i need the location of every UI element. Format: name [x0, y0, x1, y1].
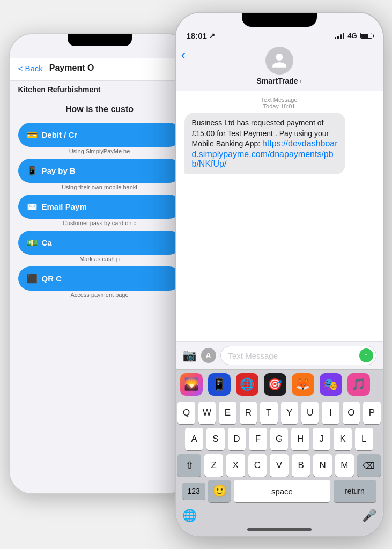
key-w[interactable]: W	[198, 402, 216, 424]
key-z[interactable]: Z	[204, 454, 223, 477]
memoji-icon[interactable]: 🎭	[320, 373, 342, 396]
key-x[interactable]: X	[226, 454, 245, 477]
email-pay-icon: ✉️	[27, 202, 38, 212]
key-b[interactable]: B	[292, 454, 310, 477]
page-title: Payment O	[49, 63, 94, 73]
key-u[interactable]: U	[301, 402, 319, 424]
message-label: Text Message Today 18:01	[184, 97, 374, 109]
send-icon: ↑	[364, 351, 368, 360]
key-k[interactable]: K	[334, 428, 352, 450]
keyboard-row-2: A S D F G H J K L	[176, 425, 383, 451]
space-key[interactable]: space	[234, 480, 330, 502]
key-d[interactable]: D	[228, 428, 246, 450]
debit-sublabel: Using SimplyPayMe he	[18, 148, 181, 154]
message-type-label: Text Message	[184, 97, 374, 103]
debit-icon: 💳	[27, 130, 38, 140]
payment-option-3[interactable]: ✉️ Email Paym Customer pays by card on c	[10, 195, 190, 226]
key-f[interactable]: F	[249, 428, 267, 450]
imessage-header: ‹ SmartTrade ›	[176, 43, 383, 91]
network-label: 4G	[347, 32, 357, 40]
world-icon[interactable]: 🌐	[236, 373, 258, 396]
key-m[interactable]: M	[335, 454, 354, 477]
photos-app-icon[interactable]: 🌄	[180, 373, 203, 396]
home-indicator	[176, 525, 383, 536]
key-n[interactable]: N	[313, 454, 332, 477]
payment-option-2[interactable]: 📱 Pay by B Using their own mobile banki	[10, 159, 190, 190]
qr-icon: ⬛	[27, 273, 38, 284]
email-pay-label: Email Paym	[42, 202, 87, 211]
key-o[interactable]: O	[343, 402, 360, 424]
cash-label: Ca	[42, 238, 52, 247]
activity-icon[interactable]: 🎯	[264, 373, 286, 396]
contact-name[interactable]: SmartTrade ›	[256, 77, 301, 85]
keyboard-bottom-row: 123 🙂 space return	[176, 478, 383, 509]
app-suggestions-row: 🌄 📱 🌐 🎯 🦊 🎭 🎵	[176, 369, 383, 399]
scene: < Back Payment O Kitchen Refurbishment H…	[9, 12, 384, 537]
qr-sublabel: Access payment page	[18, 292, 181, 298]
messages-area: Text Message Today 18:01 Business Ltd ha…	[176, 91, 383, 341]
input-bar: 📷 A Text Message ↑	[176, 341, 383, 369]
location-icon: ↗	[209, 32, 215, 40]
key-s[interactable]: S	[206, 428, 225, 450]
back-arrow-icon[interactable]: ‹	[181, 47, 186, 63]
keyboard-row-3: ⇧ Z X C V B N M ⌫	[176, 451, 383, 478]
job-title: Kitchen Refurbishment	[10, 81, 190, 98]
key-g[interactable]: G	[270, 428, 289, 450]
microphone-icon[interactable]: 🎤	[362, 509, 376, 523]
send-button[interactable]: ↑	[359, 348, 373, 362]
key-e[interactable]: E	[219, 402, 236, 424]
message-input[interactable]: Text Message	[220, 346, 376, 365]
camera-icon[interactable]: 📷	[182, 348, 197, 362]
pay-by-bank-label: Pay by B	[42, 166, 76, 175]
music-icon[interactable]: 🎵	[347, 373, 370, 396]
status-right: 4G	[335, 32, 372, 40]
key-h[interactable]: H	[291, 428, 309, 450]
cash-sublabel: Mark as cash p	[18, 256, 181, 262]
payment-option-1[interactable]: 💳 Debit / Cr Using SimplyPayMe he	[10, 123, 190, 154]
key-l[interactable]: L	[355, 428, 373, 450]
key-r[interactable]: R	[240, 402, 257, 424]
status-time: 18:01 ↗	[187, 31, 215, 40]
keyboard: Q W E R T Y U I O P A S D F G H	[176, 399, 383, 525]
qr-label: QR C	[42, 274, 62, 283]
avatar[interactable]	[265, 47, 293, 75]
front-phone-screen: 18:01 ↗ 4G ‹	[176, 13, 383, 536]
key-t[interactable]: T	[260, 402, 277, 424]
delete-key[interactable]: ⌫	[357, 454, 381, 477]
payment-option-5[interactable]: ⬛ QR C Access payment page	[10, 266, 190, 298]
email-pay-sublabel: Customer pays by card on c	[18, 220, 181, 226]
key-q[interactable]: Q	[177, 402, 195, 424]
pay-by-bank-icon: 📱	[27, 166, 38, 176]
animoji-icon[interactable]: 🦊	[292, 373, 314, 396]
keyboard-row-1: Q W E R T Y U I O P	[176, 399, 383, 425]
key-p[interactable]: P	[363, 402, 380, 424]
message-input-wrap: Text Message ↑	[220, 346, 376, 365]
key-j[interactable]: J	[313, 428, 331, 450]
pay-by-bank-sublabel: Using their own mobile banki	[18, 184, 181, 190]
contact-chevron-icon: ›	[300, 77, 302, 85]
back-header: < Back Payment O	[10, 58, 190, 81]
shift-key[interactable]: ⇧	[177, 454, 201, 477]
emoji-key[interactable]: 🙂	[208, 480, 231, 502]
key-v[interactable]: V	[270, 454, 289, 477]
keyboard-extras-row: 🌐 🎤	[176, 509, 383, 525]
back-button[interactable]: < Back	[18, 64, 43, 73]
key-a[interactable]: A	[185, 428, 203, 450]
key-i[interactable]: I	[322, 402, 339, 424]
signal-bars-icon	[335, 33, 344, 39]
numbers-key[interactable]: 123	[182, 483, 205, 500]
home-bar	[247, 528, 312, 531]
person-icon	[271, 52, 288, 69]
payment-option-4[interactable]: 💵 Ca Mark as cash p	[10, 231, 190, 262]
return-key[interactable]: return	[334, 480, 376, 502]
appstore-icon[interactable]: 📱	[208, 373, 231, 396]
message-bubble: Business Ltd has requested payment of £1…	[184, 113, 346, 174]
globe-icon[interactable]: 🌐	[182, 509, 197, 523]
key-y[interactable]: Y	[281, 402, 298, 424]
message-time-label: Today 18:01	[184, 103, 374, 109]
back-phone: < Back Payment O Kitchen Refurbishment H…	[9, 33, 191, 494]
front-phone: 18:01 ↗ 4G ‹	[175, 12, 384, 537]
apps-icon[interactable]: A	[201, 348, 216, 363]
back-nav: < Back Payment O	[18, 63, 181, 73]
key-c[interactable]: C	[248, 454, 267, 477]
